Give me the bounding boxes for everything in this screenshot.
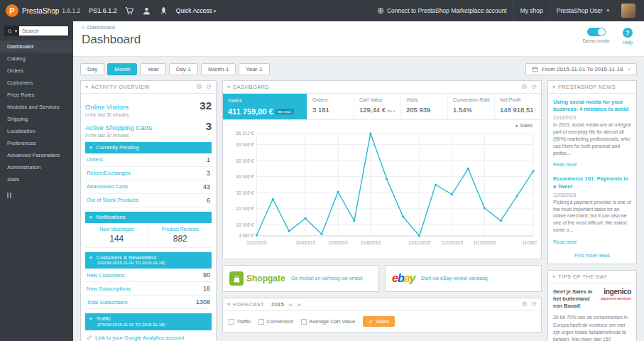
gear-icon[interactable]: ⚙ <box>521 301 527 308</box>
google-analytics-link[interactable]: Link to your Google Analytics account <box>85 330 212 341</box>
collapse-caret-icon[interactable]: ▾ <box>552 274 555 280</box>
link-icon <box>87 335 92 340</box>
traffic-header[interactable]: ▾ Traffic (FROM 2015-11-01 TO 2015-11-18… <box>85 313 212 330</box>
sidebar-item-dashboard[interactable]: Dashboard <box>0 40 73 53</box>
range-year-button[interactable]: Year <box>140 63 165 75</box>
sidebar-item-catalog[interactable]: Catalog <box>0 53 73 65</box>
range-month-button[interactable]: Month <box>107 63 137 75</box>
news-article-date: 11/05/2015 <box>553 193 631 197</box>
kpi-sales-tab[interactable]: Sales 411 759,00 €tax excl. <box>223 94 307 119</box>
forecast-avg-cart-checkbox[interactable]: Average Cart Value <box>301 318 355 325</box>
sidebar-item-customers[interactable]: Customers <box>0 77 73 89</box>
date-toolbar: Day Month Year Day-1 Month-1 Year-1 From… <box>80 63 637 75</box>
chart-legend[interactable]: ● Sales <box>227 123 537 128</box>
news-article-title-link[interactable]: Ecommerce 101: Payments in a Tweet <box>553 175 631 190</box>
news-article-title-link[interactable]: Using social media for your business: 4 … <box>553 99 631 113</box>
new-messages-link[interactable]: New Messages <box>87 227 147 232</box>
help-button[interactable]: ? <box>623 28 633 38</box>
sidebar-collapse-icon[interactable] <box>7 193 73 198</box>
prestashop-logo-icon[interactable]: P <box>6 4 18 17</box>
user-menu[interactable]: PrestaShop User▾ <box>550 0 616 21</box>
search-input[interactable] <box>19 26 68 36</box>
my-shop-link[interactable]: My shop <box>513 0 550 21</box>
prev-year-icon[interactable]: « <box>289 301 293 308</box>
shopgate-link[interactable]: Ga mobiel en verhoog uw omzet <box>291 275 363 281</box>
forecast-panel-title: FORECAST <box>233 301 264 308</box>
notifications-header[interactable]: ▾ Notifications <box>85 212 212 223</box>
search-scope-button[interactable]: ▾ <box>5 26 19 36</box>
total-subscribers-link[interactable]: Total Subscribers <box>87 299 128 305</box>
next-year-icon[interactable]: » <box>298 301 301 308</box>
cart-icon[interactable] <box>125 6 134 16</box>
module-ads-row: Shopgate Ga mobiel en verhoog uw omzet e… <box>222 265 542 292</box>
range-month-1-button[interactable]: Month-1 <box>201 63 236 75</box>
forecast-year-select[interactable]: 2015 <box>271 301 284 308</box>
customer-icon[interactable] <box>142 6 151 16</box>
sidebar-item-preferences[interactable]: Preferences <box>0 137 73 149</box>
marketplace-link[interactable]: Connect to PrestaShop Marketplace accoun… <box>371 0 513 21</box>
range-year-1-button[interactable]: Year-1 <box>239 63 269 75</box>
pending-orders-link[interactable]: Orders <box>87 156 103 163</box>
forecast-sales-toggle[interactable]: ✔Sales <box>363 316 395 327</box>
kpi-orders-tab[interactable]: Orders 3 181 <box>307 94 354 119</box>
gear-icon[interactable]: ⚙ <box>196 84 202 90</box>
kpi-conversion-rate-tab[interactable]: Conversion Rate 1.54% <box>447 94 494 119</box>
sidebar-item-administration[interactable]: Administration <box>0 161 73 173</box>
date-range-picker[interactable]: From 2015-11-01 To 2015-11-18 ▾ <box>525 63 637 75</box>
tips-headline: Geef je Sales in het buitenland een Boos… <box>553 288 596 310</box>
quick-access-menu[interactable]: Quick Access▾ <box>176 7 217 14</box>
forecast-traffic-checkbox[interactable]: Traffic <box>229 318 251 325</box>
product-reviews-link[interactable]: Product Reviews <box>151 227 211 232</box>
sidebar-item-shipping[interactable]: Shipping <box>0 113 73 125</box>
kpi-visits-tab[interactable]: Visits 205 939 <box>400 94 447 119</box>
abandoned-carts-value: 43 <box>203 183 210 190</box>
refresh-icon[interactable]: ⟳ <box>531 84 537 90</box>
new-customers-link[interactable]: New Customers <box>87 272 124 278</box>
refresh-icon[interactable]: ⟳ <box>206 84 212 90</box>
currently-pending-header[interactable]: ▾ Currently Pending <box>85 142 212 153</box>
check-icon: ✔ <box>369 319 373 325</box>
active-carts-link[interactable]: Active Shopping Carts <box>85 124 152 131</box>
dashboard-columns: ▾ ACTIVITY OVERVIEW ⚙ ⟳ Online Visitors … <box>80 80 637 341</box>
range-day-1-button[interactable]: Day-1 <box>169 63 198 75</box>
svg-text:10 000 €: 10 000 € <box>236 222 254 227</box>
sidebar-item-price-rules[interactable]: Price Rules <box>0 89 73 101</box>
collapse-caret-icon[interactable]: ▾ <box>552 84 555 90</box>
shop-name-link[interactable]: PS1.6.1.2 <box>89 7 117 14</box>
home-icon: ⌂ <box>82 24 85 31</box>
abandoned-carts-link[interactable]: Abandoned Carts <box>87 183 128 190</box>
out-of-stock-link[interactable]: Out of Stock Products <box>87 197 138 203</box>
new-subscriptions-value: 18 <box>203 285 210 292</box>
new-subscriptions-link[interactable]: New Subscriptions <box>87 286 131 292</box>
read-more-link[interactable]: Read more <box>553 162 577 167</box>
read-more-link[interactable]: Read more <box>553 239 577 244</box>
news-article-excerpt: Picking a payment provider is one of the… <box>553 199 631 234</box>
collapse-caret-icon[interactable]: ▾ <box>227 84 230 90</box>
out-of-stock-value: 6 <box>207 197 210 204</box>
kpi-cart-value-tab[interactable]: Cart Value 129,44 €tax excl. <box>354 94 400 119</box>
range-day-button[interactable]: Day <box>80 63 104 75</box>
sidebar-item-modules[interactable]: Modules and Services <box>0 101 73 113</box>
sidebar-item-orders[interactable]: Orders <box>0 65 73 77</box>
collapse-caret-icon: ▾ <box>89 255 92 260</box>
sidebar-item-stats[interactable]: Stats <box>0 173 73 185</box>
collapse-caret-icon[interactable]: ▾ <box>85 84 88 90</box>
checkbox-icon <box>258 319 264 325</box>
svg-text:50 000 €: 50 000 € <box>236 158 254 163</box>
demo-mode-toggle[interactable] <box>587 28 606 36</box>
online-visitors-link[interactable]: Online Visitors <box>85 103 129 111</box>
kpi-net-profit-tab[interactable]: Net Profit 148 918,51 € <box>494 94 541 119</box>
sidebar-item-localization[interactable]: Localization <box>0 125 73 137</box>
ebay-link[interactable]: Start uw eBay-winkel vandaag <box>421 275 488 281</box>
sidebar-item-advanced-parameters[interactable]: Advanced Parameters <box>0 149 73 161</box>
user-avatar[interactable] <box>621 4 635 18</box>
modules-rocket-icon[interactable] <box>159 6 168 16</box>
pending-returns-link[interactable]: Return/Exchanges <box>87 170 131 176</box>
collapse-caret-icon[interactable]: ▾ <box>227 301 230 308</box>
find-more-news-link[interactable]: Find more news <box>553 253 631 258</box>
refresh-icon[interactable]: ⟳ <box>531 301 537 308</box>
gear-icon[interactable]: ⚙ <box>521 84 527 90</box>
brand-name: PrestaShop <box>22 7 59 15</box>
forecast-conversion-checkbox[interactable]: Conversion <box>258 318 293 325</box>
customers-newsletters-header[interactable]: ▾ Customers & Newsletters (FROM 2015-11-… <box>85 252 212 269</box>
